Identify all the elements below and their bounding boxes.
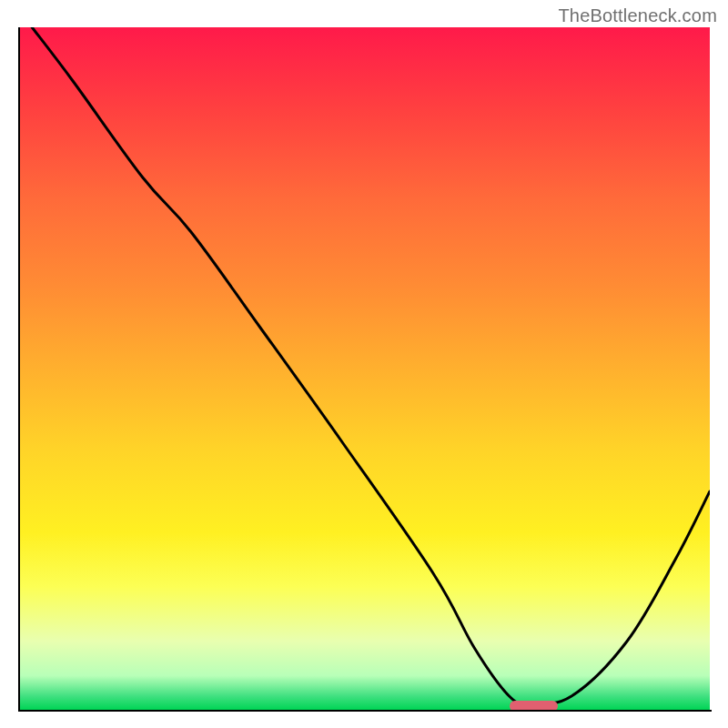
watermark-text: TheBottleneck.com (558, 5, 717, 26)
bottleneck-curve (32, 27, 710, 703)
chart-container: TheBottleneck.com (0, 0, 728, 728)
x-axis (18, 710, 712, 712)
line-plot (18, 27, 710, 710)
y-axis (18, 27, 20, 712)
